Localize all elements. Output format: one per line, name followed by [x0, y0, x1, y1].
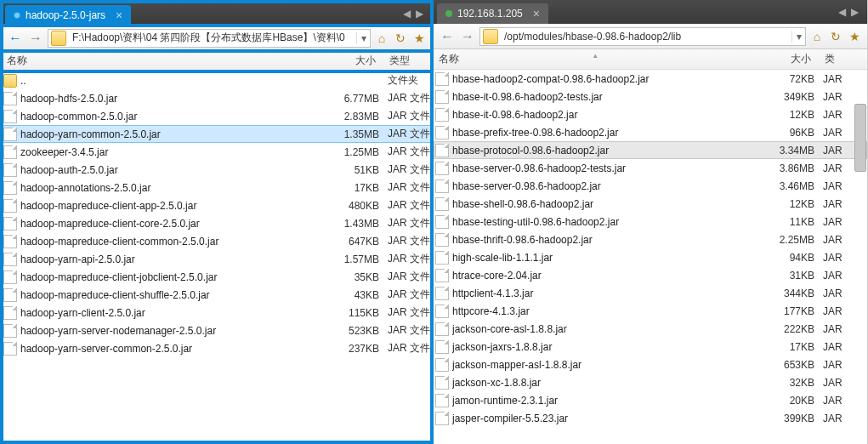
scrollbar-thumb[interactable] [854, 104, 866, 172]
col-size[interactable]: 大小 [321, 54, 381, 68]
star-icon[interactable]: ★ [847, 30, 862, 43]
table-row[interactable]: hadoop-hdfs-2.5.0.jar6.77MBJAR 文件 [2, 89, 432, 107]
file-size: 237KB [320, 343, 379, 355]
col-name[interactable]: 名称 [2, 54, 321, 68]
file-size: 17KB [755, 341, 814, 353]
table-row[interactable]: hadoop-yarn-api-2.5.0.jar1.57MBJAR 文件 [2, 250, 432, 268]
file-name: hadoop-common-2.5.0.jar [20, 111, 320, 122]
table-row[interactable]: jamon-runtime-2.3.1.jar20KBJAR [434, 391, 867, 409]
col-type[interactable]: 类型 [381, 54, 432, 68]
file-icon [435, 179, 449, 193]
file-size: 31KB [755, 270, 814, 282]
table-row[interactable]: hbase-server-0.98.6-hadoop2.jar3.46MBJAR [434, 177, 867, 195]
file-size: 32KB [755, 377, 814, 389]
file-icon [435, 322, 449, 336]
refresh-icon[interactable]: ↻ [393, 31, 408, 45]
home-icon[interactable]: ⌂ [809, 30, 825, 43]
table-row[interactable]: hadoop-yarn-server-nodemanager-2.5.0.jar… [2, 322, 432, 339]
file-name: jackson-mapper-asl-1.8.8.jar [452, 359, 755, 371]
file-list-right[interactable]: hbase-hadoop2-compat-0.98.6-hadoop2.jar7… [434, 70, 867, 444]
table-row[interactable]: jackson-core-asl-1.8.8.jar222KBJAR [434, 320, 867, 338]
table-row[interactable]: hbase-shell-0.98.6-hadoop2.jar12KBJAR [434, 195, 867, 213]
column-headers-left: 名称 大小 类型 [2, 51, 432, 71]
file-icon [435, 412, 449, 425]
table-row[interactable]: hbase-server-0.98.6-hadoop2-tests.jar3.8… [434, 159, 867, 177]
star-icon[interactable]: ★ [411, 31, 427, 45]
file-size: 72KB [755, 73, 814, 85]
folder-icon [483, 29, 498, 44]
close-icon[interactable]: × [116, 9, 122, 22]
table-row[interactable]: jackson-mapper-asl-1.8.8.jar653KBJAR [434, 356, 867, 373]
file-type: JAR 文件 [379, 127, 430, 141]
path-input[interactable]: /opt/modules/hbase-0.98.6-hadoop2/lib ▾ [479, 27, 806, 46]
file-name: httpclient-4.1.3.jar [452, 287, 755, 299]
tab-prev-icon[interactable]: ◀ [403, 8, 411, 20]
col-type[interactable]: 类 [816, 52, 867, 66]
file-name: hbase-it-0.98.6-hadoop2.jar [452, 109, 755, 121]
table-row[interactable]: hbase-testing-util-0.98.6-hadoop2.jar11K… [434, 213, 867, 231]
parent-row[interactable]: ..文件夹 [2, 71, 432, 89]
tab-active-right[interactable]: 192.168.1.205 × [437, 3, 548, 24]
chevron-down-icon[interactable]: ▾ [356, 32, 370, 44]
file-name: hadoop-auth-2.5.0.jar [20, 164, 320, 176]
refresh-icon[interactable]: ↻ [828, 30, 843, 43]
chevron-down-icon[interactable]: ▾ [791, 31, 805, 43]
table-row[interactable]: hadoop-yarn-client-2.5.0.jar115KBJAR 文件 [2, 304, 432, 322]
table-row[interactable]: zookeeper-3.4.5.jar1.25MBJAR 文件 [2, 143, 432, 161]
table-row[interactable]: jasper-compiler-5.5.23.jar399KBJAR [434, 409, 867, 427]
table-row[interactable]: hadoop-mapreduce-client-app-2.5.0.jar480… [2, 196, 432, 214]
table-row[interactable]: hadoop-mapreduce-client-common-2.5.0.jar… [2, 232, 432, 250]
forward-button[interactable]: → [27, 31, 44, 46]
table-row[interactable]: hadoop-auth-2.5.0.jar51KBJAR 文件 [2, 161, 432, 179]
close-icon[interactable]: × [533, 7, 540, 20]
table-row[interactable]: hadoop-yarn-common-2.5.0.jar1.35MBJAR 文件 [2, 125, 432, 143]
file-icon [435, 90, 449, 104]
tab-next-icon[interactable]: ▶ [851, 6, 859, 18]
col-size[interactable]: 大小 [757, 52, 816, 66]
file-size: 96KB [755, 127, 814, 139]
col-name[interactable]: 名称 ▴ [434, 52, 757, 66]
file-size: 2.25MB [755, 234, 814, 246]
file-size: 399KB [755, 413, 814, 424]
table-row[interactable]: jackson-jaxrs-1.8.8.jar17KBJAR [434, 338, 867, 356]
table-row[interactable]: hbase-protocol-0.98.6-hadoop2.jar3.34MBJ… [434, 141, 867, 159]
file-list-left[interactable]: ..文件夹hadoop-hdfs-2.5.0.jar6.77MBJAR 文件ha… [2, 71, 432, 442]
table-row[interactable]: hbase-it-0.98.6-hadoop2-tests.jar349KBJA… [434, 88, 867, 105]
table-row[interactable]: hbase-it-0.98.6-hadoop2.jar12KBJAR [434, 105, 867, 123]
table-row[interactable]: hadoop-yarn-server-common-2.5.0.jar237KB… [2, 339, 432, 357]
table-row[interactable]: hadoop-annotations-2.5.0.jar17KBJAR 文件 [2, 179, 432, 196]
table-row[interactable]: httpclient-4.1.3.jar344KBJAR [434, 284, 867, 302]
file-icon [435, 394, 449, 407]
table-row[interactable]: hadoop-mapreduce-client-shuffle-2.5.0.ja… [2, 286, 432, 304]
file-type: JAR 文件 [379, 323, 430, 338]
tab-prev-icon[interactable]: ◀ [838, 6, 846, 18]
back-button[interactable]: ← [439, 29, 456, 44]
file-icon [3, 110, 17, 123]
file-size: 11KB [755, 216, 814, 228]
table-row[interactable]: high-scale-lib-1.1.1.jar94KBJAR [434, 248, 867, 266]
table-row[interactable]: hbase-prefix-tree-0.98.6-hadoop2.jar96KB… [434, 123, 867, 141]
home-icon[interactable]: ⌂ [374, 31, 389, 45]
forward-button[interactable]: → [459, 29, 476, 44]
file-size: 222KB [755, 323, 814, 335]
file-icon [435, 233, 449, 247]
table-row[interactable]: htrace-core-2.04.jar31KBJAR [434, 266, 867, 284]
tabbar-left: hadoop-2.5.0-jars × ◀ ▶ [2, 2, 432, 26]
table-row[interactable]: jackson-xc-1.8.8.jar32KBJAR [434, 373, 867, 391]
file-name: hadoop-mapreduce-client-shuffle-2.5.0.ja… [20, 289, 320, 301]
tab-next-icon[interactable]: ▶ [416, 8, 423, 20]
table-row[interactable]: hadoop-mapreduce-client-core-2.5.0.jar1.… [2, 214, 432, 232]
table-row[interactable]: hbase-thrift-0.98.6-hadoop2.jar2.25MBJAR [434, 231, 867, 248]
back-button[interactable]: ← [7, 31, 24, 46]
tab-status-icon [445, 10, 452, 17]
file-icon [435, 126, 449, 139]
file-type: JAR [814, 198, 865, 210]
table-row[interactable]: hadoop-mapreduce-client-jobclient-2.5.0.… [2, 268, 432, 286]
tab-active-left[interactable]: hadoop-2.5.0-jars × [5, 5, 131, 26]
table-row[interactable]: hbase-hadoop2-compat-0.98.6-hadoop2.jar7… [434, 70, 867, 88]
file-size: 1.35MB [320, 128, 379, 140]
table-row[interactable]: hadoop-common-2.5.0.jar2.83MBJAR 文件 [2, 107, 432, 125]
table-row[interactable]: httpcore-4.1.3.jar177KBJAR [434, 302, 867, 320]
path-input[interactable]: F:\Hadoop\资料\04 第四阶段【分布式数据库HBase】\资料\0 ▾ [48, 29, 371, 48]
file-type: JAR 文件 [379, 216, 430, 231]
